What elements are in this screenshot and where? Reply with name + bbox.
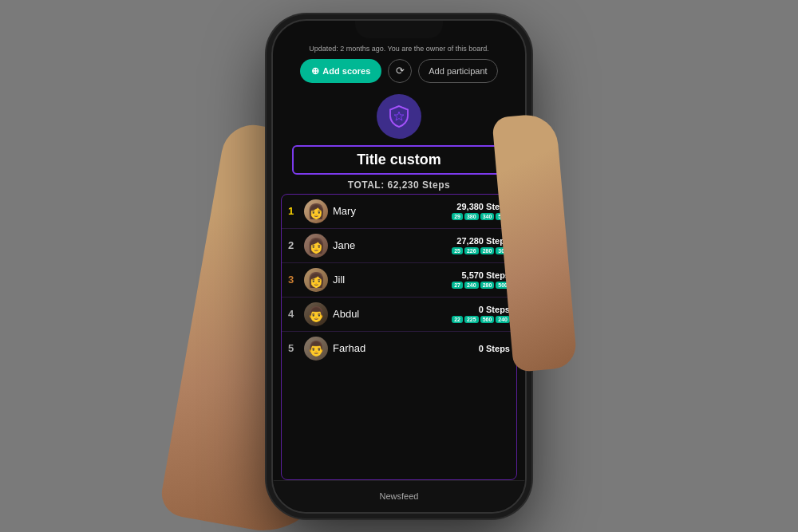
player-stats: 5,570 Steps27240280500	[452, 270, 510, 289]
player-stats: 27,280 Steps25226280300	[452, 236, 510, 254]
score-tags: 25226280300	[452, 247, 510, 254]
phone-notch	[355, 21, 443, 38]
total-steps: TOTAL: 62,230 Steps	[273, 179, 525, 191]
board-title: Title custom	[292, 145, 506, 175]
avatar: 👩	[304, 234, 328, 258]
svg-marker-0	[394, 112, 404, 120]
phone-device: Updated: 2 months ago. You are the owner…	[271, 19, 527, 514]
table-row[interactable]: 4👨Abdul0 Steps22225560240	[282, 298, 516, 332]
player-steps: 0 Steps	[479, 344, 510, 353]
shield-icon	[377, 94, 421, 139]
score-tag: 27	[452, 282, 463, 289]
score-tags: 27240280500	[452, 282, 510, 289]
settings-icon: ⟳	[396, 65, 405, 77]
add-scores-button[interactable]: Add scores	[300, 59, 381, 83]
screen: Updated: 2 months ago. You are the owner…	[273, 21, 525, 512]
action-buttons: Add scores ⟳ Add participant	[273, 56, 525, 89]
table-row[interactable]: 2👩Jane27,280 Steps25226280300	[282, 229, 516, 263]
update-text: Updated: 2 months ago. You are the owner…	[273, 43, 525, 56]
table-row[interactable]: 3👩Jill5,570 Steps27240280500	[282, 263, 516, 298]
player-stats: 0 Steps	[479, 344, 510, 353]
score-tag: 25	[452, 247, 463, 254]
add-scores-label: Add scores	[322, 66, 370, 76]
table-row[interactable]: 5👨Farhad0 Steps	[282, 332, 516, 365]
player-name: Jane	[333, 239, 447, 251]
score-tag: 22	[452, 316, 463, 323]
score-tag: 560	[480, 316, 495, 323]
rank-number: 5	[288, 342, 299, 354]
avatar: 👩	[304, 199, 328, 223]
player-name: Abdul	[333, 308, 447, 320]
bottom-nav: Newsfeed	[273, 480, 525, 512]
add-participant-label: Add participant	[429, 66, 487, 76]
score-tag: 380	[464, 213, 479, 220]
player-stats: 0 Steps22225560240	[452, 305, 510, 323]
rank-number: 1	[288, 205, 299, 217]
score-tag: 240	[464, 282, 479, 289]
avatar: 👨	[304, 302, 328, 326]
avatar: 👨	[304, 337, 328, 361]
player-name: Jill	[333, 274, 447, 286]
score-tag: 280	[480, 282, 495, 289]
player-name: Mary	[333, 205, 447, 217]
avatar: 👩	[304, 268, 328, 292]
rank-number: 3	[288, 274, 299, 286]
nav-label: Newsfeed	[380, 491, 419, 501]
player-steps: 5,570 Steps	[461, 270, 510, 280]
score-tag: 225	[464, 316, 479, 323]
phone-frame: Updated: 2 months ago. You are the owner…	[271, 19, 527, 514]
score-tag: 340	[480, 213, 495, 220]
score-tags: 22225560240	[452, 316, 510, 323]
score-tag: 240	[496, 316, 510, 323]
shield-container	[273, 89, 525, 145]
leaderboard: 1👩Mary29,380 Steps293803405002👩Jane27,28…	[281, 194, 517, 480]
score-tag: 29	[452, 213, 463, 220]
rank-number: 4	[288, 308, 299, 320]
table-row[interactable]: 1👩Mary29,380 Steps29380340500	[282, 195, 516, 229]
player-name: Farhad	[333, 342, 474, 354]
player-steps: 0 Steps	[479, 305, 510, 314]
settings-button[interactable]: ⟳	[388, 59, 412, 83]
score-tag: 280	[480, 247, 495, 254]
rank-number: 2	[288, 239, 299, 251]
score-tag: 226	[464, 247, 479, 254]
add-participant-button[interactable]: Add participant	[418, 59, 497, 83]
